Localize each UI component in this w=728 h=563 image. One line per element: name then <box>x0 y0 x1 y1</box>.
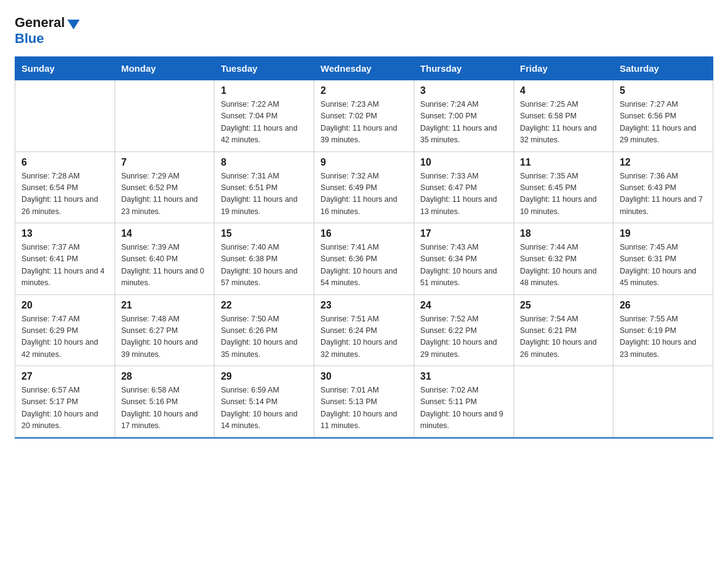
calendar-day: 30Sunrise: 7:01 AMSunset: 5:13 PMDayligh… <box>314 366 414 438</box>
day-number: 1 <box>221 85 308 96</box>
calendar-day: 4Sunrise: 7:25 AMSunset: 6:58 PMDaylight… <box>514 80 613 152</box>
calendar-day: 28Sunrise: 6:58 AMSunset: 5:16 PMDayligh… <box>115 366 214 438</box>
day-info: Sunrise: 6:58 AMSunset: 5:16 PMDaylight:… <box>121 385 208 432</box>
calendar-table: SundayMondayTuesdayWednesdayThursdayFrid… <box>15 56 713 439</box>
calendar-day: 25Sunrise: 7:54 AMSunset: 6:21 PMDayligh… <box>514 294 613 366</box>
header-monday: Monday <box>115 57 214 80</box>
calendar-day: 6Sunrise: 7:28 AMSunset: 6:54 PMDaylight… <box>15 151 115 223</box>
calendar-day: 18Sunrise: 7:44 AMSunset: 6:32 PMDayligh… <box>514 223 613 295</box>
calendar-day <box>613 366 713 438</box>
day-number: 21 <box>121 300 208 311</box>
day-info: Sunrise: 7:40 AMSunset: 6:38 PMDaylight:… <box>221 242 308 289</box>
calendar-day: 26Sunrise: 7:55 AMSunset: 6:19 PMDayligh… <box>613 294 713 366</box>
day-number: 17 <box>420 228 507 239</box>
calendar-week-1: 1Sunrise: 7:22 AMSunset: 7:04 PMDaylight… <box>15 80 713 152</box>
day-number: 13 <box>21 228 108 239</box>
day-info: Sunrise: 7:36 AMSunset: 6:43 PMDaylight:… <box>620 170 707 218</box>
calendar-day <box>15 80 115 152</box>
day-number: 12 <box>620 157 707 168</box>
calendar-week-4: 20Sunrise: 7:47 AMSunset: 6:29 PMDayligh… <box>15 294 713 366</box>
calendar-day <box>514 366 613 438</box>
logo-general-text: General <box>15 15 65 31</box>
day-number: 27 <box>21 371 108 382</box>
day-info: Sunrise: 7:29 AMSunset: 6:52 PMDaylight:… <box>121 170 208 218</box>
calendar-week-5: 27Sunrise: 6:57 AMSunset: 5:17 PMDayligh… <box>15 366 713 438</box>
calendar-day: 9Sunrise: 7:32 AMSunset: 6:49 PMDaylight… <box>314 151 414 223</box>
day-number: 22 <box>221 300 308 311</box>
day-number: 9 <box>320 157 408 168</box>
logo-wrapper: General Blue <box>15 15 80 47</box>
calendar-day: 8Sunrise: 7:31 AMSunset: 6:51 PMDaylight… <box>214 151 314 223</box>
calendar-day: 13Sunrise: 7:37 AMSunset: 6:41 PMDayligh… <box>15 223 115 295</box>
calendar-day: 12Sunrise: 7:36 AMSunset: 6:43 PMDayligh… <box>613 151 713 223</box>
header-saturday: Saturday <box>613 57 713 80</box>
calendar-day: 14Sunrise: 7:39 AMSunset: 6:40 PMDayligh… <box>115 223 214 295</box>
day-number: 24 <box>420 300 507 311</box>
day-number: 26 <box>620 300 707 311</box>
day-info: Sunrise: 7:50 AMSunset: 6:26 PMDaylight:… <box>221 313 308 361</box>
day-info: Sunrise: 7:35 AMSunset: 6:45 PMDaylight:… <box>520 170 607 218</box>
day-info: Sunrise: 7:52 AMSunset: 6:22 PMDaylight:… <box>420 313 507 361</box>
day-info: Sunrise: 7:48 AMSunset: 6:27 PMDaylight:… <box>121 313 208 361</box>
calendar-header-row: SundayMondayTuesdayWednesdayThursdayFrid… <box>15 57 713 80</box>
day-number: 11 <box>520 157 607 168</box>
day-number: 16 <box>320 228 408 239</box>
day-number: 15 <box>221 228 308 239</box>
day-info: Sunrise: 7:45 AMSunset: 6:31 PMDaylight:… <box>620 242 707 289</box>
day-number: 14 <box>121 228 208 239</box>
header-friday: Friday <box>514 57 613 80</box>
day-info: Sunrise: 7:39 AMSunset: 6:40 PMDaylight:… <box>121 242 208 289</box>
calendar-day: 1Sunrise: 7:22 AMSunset: 7:04 PMDaylight… <box>214 80 314 152</box>
header-tuesday: Tuesday <box>214 57 314 80</box>
day-number: 4 <box>520 85 607 96</box>
day-info: Sunrise: 7:01 AMSunset: 5:13 PMDaylight:… <box>320 385 408 432</box>
page-header: General Blue <box>15 15 713 47</box>
logo: General Blue <box>15 15 80 47</box>
day-number: 20 <box>21 300 108 311</box>
day-number: 2 <box>320 85 408 96</box>
day-info: Sunrise: 7:23 AMSunset: 7:02 PMDaylight:… <box>320 99 408 147</box>
header-sunday: Sunday <box>15 57 115 80</box>
day-info: Sunrise: 7:54 AMSunset: 6:21 PMDaylight:… <box>520 313 607 361</box>
day-number: 25 <box>520 300 607 311</box>
day-info: Sunrise: 7:43 AMSunset: 6:34 PMDaylight:… <box>420 242 507 289</box>
day-info: Sunrise: 7:28 AMSunset: 6:54 PMDaylight:… <box>21 170 108 218</box>
day-info: Sunrise: 7:44 AMSunset: 6:32 PMDaylight:… <box>520 242 607 289</box>
day-number: 10 <box>420 157 507 168</box>
calendar-day: 27Sunrise: 6:57 AMSunset: 5:17 PMDayligh… <box>15 366 115 438</box>
day-info: Sunrise: 7:27 AMSunset: 6:56 PMDaylight:… <box>620 99 707 147</box>
day-info: Sunrise: 7:32 AMSunset: 6:49 PMDaylight:… <box>320 170 408 218</box>
calendar-day: 31Sunrise: 7:02 AMSunset: 5:11 PMDayligh… <box>414 366 514 438</box>
day-info: Sunrise: 7:37 AMSunset: 6:41 PMDaylight:… <box>21 242 108 289</box>
day-number: 3 <box>420 85 507 96</box>
day-info: Sunrise: 7:24 AMSunset: 7:00 PMDaylight:… <box>420 99 507 147</box>
day-info: Sunrise: 7:33 AMSunset: 6:47 PMDaylight:… <box>420 170 507 218</box>
logo-blue-text: Blue <box>15 31 44 46</box>
day-number: 18 <box>520 228 607 239</box>
calendar-day: 3Sunrise: 7:24 AMSunset: 7:00 PMDaylight… <box>414 80 514 152</box>
day-number: 28 <box>121 371 208 382</box>
day-info: Sunrise: 7:41 AMSunset: 6:36 PMDaylight:… <box>320 242 408 289</box>
calendar-day: 5Sunrise: 7:27 AMSunset: 6:56 PMDaylight… <box>613 80 713 152</box>
day-info: Sunrise: 7:02 AMSunset: 5:11 PMDaylight:… <box>420 385 507 432</box>
day-info: Sunrise: 7:47 AMSunset: 6:29 PMDaylight:… <box>21 313 108 361</box>
day-number: 6 <box>21 157 108 168</box>
calendar-day: 29Sunrise: 6:59 AMSunset: 5:14 PMDayligh… <box>214 366 314 438</box>
day-number: 7 <box>121 157 208 168</box>
header-thursday: Thursday <box>414 57 514 80</box>
day-number: 19 <box>620 228 707 239</box>
calendar-day: 24Sunrise: 7:52 AMSunset: 6:22 PMDayligh… <box>414 294 514 366</box>
calendar-week-2: 6Sunrise: 7:28 AMSunset: 6:54 PMDaylight… <box>15 151 713 223</box>
calendar-day: 21Sunrise: 7:48 AMSunset: 6:27 PMDayligh… <box>115 294 214 366</box>
day-number: 30 <box>320 371 408 382</box>
day-info: Sunrise: 7:22 AMSunset: 7:04 PMDaylight:… <box>221 99 308 147</box>
calendar-day: 11Sunrise: 7:35 AMSunset: 6:45 PMDayligh… <box>514 151 613 223</box>
calendar-day: 7Sunrise: 7:29 AMSunset: 6:52 PMDaylight… <box>115 151 214 223</box>
calendar-day: 22Sunrise: 7:50 AMSunset: 6:26 PMDayligh… <box>214 294 314 366</box>
header-wednesday: Wednesday <box>314 57 414 80</box>
calendar-day: 2Sunrise: 7:23 AMSunset: 7:02 PMDaylight… <box>314 80 414 152</box>
day-info: Sunrise: 7:55 AMSunset: 6:19 PMDaylight:… <box>620 313 707 361</box>
calendar-day: 20Sunrise: 7:47 AMSunset: 6:29 PMDayligh… <box>15 294 115 366</box>
day-number: 5 <box>620 85 707 96</box>
day-number: 8 <box>221 157 308 168</box>
